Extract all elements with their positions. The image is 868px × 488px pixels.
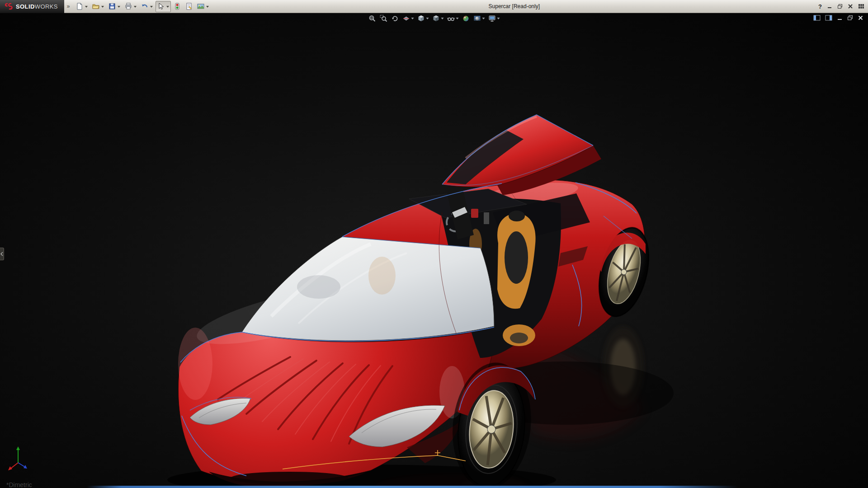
doc-restore-button[interactable] (847, 15, 853, 21)
dropdown-arrow[interactable] (118, 6, 120, 8)
brand-works: WORKS (35, 3, 58, 10)
apply-scene-icon (473, 14, 481, 23)
apply-scene-button[interactable] (472, 14, 486, 23)
open-folder-icon (92, 2, 100, 10)
featuremanager-collapse-handle[interactable] (0, 248, 4, 260)
file-properties-icon (185, 2, 193, 10)
section-view-button[interactable] (401, 14, 415, 23)
dropdown-arrow[interactable] (411, 18, 414, 19)
help-button[interactable]: ? (818, 3, 822, 10)
dropdown-arrow[interactable] (150, 6, 153, 8)
previous-view-icon (391, 14, 399, 23)
zoom-to-fit-icon (368, 14, 377, 23)
dropdown-arrow[interactable] (206, 6, 209, 8)
menu-expand-chevron[interactable]: » (64, 3, 73, 9)
dropdown-arrow[interactable] (497, 18, 500, 19)
title-toolbar-bar: SOLIDWORKS » (0, 0, 868, 13)
zoom-to-area-icon (380, 14, 388, 23)
dropdown-arrow[interactable] (101, 6, 104, 8)
dropdown-arrow[interactable] (456, 18, 459, 19)
doc-restore-icon (847, 15, 853, 21)
collapse-arrow-icon (0, 252, 3, 256)
edit-appearance-button[interactable] (461, 14, 471, 23)
dropdown-arrow[interactable] (134, 6, 137, 8)
edit-appearance-icon (462, 14, 470, 23)
titlebar-right-controls: ? (816, 3, 868, 10)
doc-close-button[interactable] (858, 15, 863, 21)
open-button[interactable] (90, 1, 106, 12)
hide-show-glasses-icon (447, 14, 455, 23)
pane-right-icon (825, 15, 832, 21)
pane-left-button[interactable] (813, 15, 821, 21)
zoom-to-area-button[interactable] (379, 14, 389, 23)
close-icon (848, 4, 853, 9)
standard-toolbar (73, 0, 212, 13)
options-scene-icon (197, 2, 205, 10)
close-button[interactable] (848, 4, 853, 9)
save-icon (108, 2, 116, 10)
viewport-scene[interactable] (0, 0, 868, 488)
section-view-icon (402, 14, 410, 23)
doc-minimize-icon (837, 15, 843, 21)
grid-icon (858, 4, 864, 9)
doc-close-icon (858, 15, 863, 21)
undo-button[interactable] (139, 1, 155, 12)
rebuild-traffic-icon (173, 2, 181, 10)
solidworks-window: SOLIDWORKS » (0, 0, 868, 488)
undo-icon (141, 2, 149, 10)
reference-triad (6, 444, 35, 473)
dropdown-arrow[interactable] (441, 18, 444, 19)
doc-minimize-button[interactable] (837, 15, 843, 21)
pane-left-icon (813, 15, 821, 21)
file-properties-button[interactable] (184, 1, 194, 12)
dropdown-arrow[interactable] (482, 18, 485, 19)
document-window-controls (813, 15, 863, 21)
hide-show-items-button[interactable] (446, 14, 460, 23)
new-document-icon (75, 2, 84, 10)
view-settings-button[interactable] (487, 14, 501, 23)
options-button[interactable] (195, 1, 211, 12)
window-title: Supercar [Read-only] (212, 3, 817, 9)
display-style-icon (432, 14, 440, 23)
select-button[interactable] (156, 1, 171, 12)
minimize-button[interactable] (827, 4, 832, 9)
heads-up-view-toolbar (368, 14, 501, 23)
solidworks-logo-icon (4, 2, 14, 10)
restore-icon (837, 4, 843, 9)
view-orientation-button[interactable] (416, 14, 430, 23)
rebuild-button[interactable] (172, 1, 183, 12)
brand-solid: SOLID (16, 3, 35, 10)
save-button[interactable] (107, 1, 122, 12)
dropdown-arrow[interactable] (426, 18, 429, 19)
previous-view-button[interactable] (390, 14, 400, 23)
taskbar-edge[interactable] (0, 486, 868, 488)
zoom-to-fit-button[interactable] (368, 14, 377, 23)
dropdown-arrow[interactable] (166, 6, 169, 8)
view-settings-icon (488, 14, 496, 23)
pane-right-button[interactable] (825, 15, 832, 21)
print-icon (124, 2, 132, 10)
print-button[interactable] (123, 1, 138, 12)
solidworks-logo: SOLIDWORKS (0, 0, 64, 13)
view-orientation-cube-icon (417, 14, 425, 23)
graphics-area[interactable] (0, 0, 868, 488)
minimize-icon (827, 4, 832, 9)
display-style-button[interactable] (431, 14, 445, 23)
maximize-button[interactable] (837, 4, 843, 9)
new-document-button[interactable] (74, 1, 90, 12)
grid-button[interactable] (858, 4, 864, 9)
select-cursor-icon (157, 2, 165, 10)
dropdown-arrow[interactable] (85, 6, 88, 8)
